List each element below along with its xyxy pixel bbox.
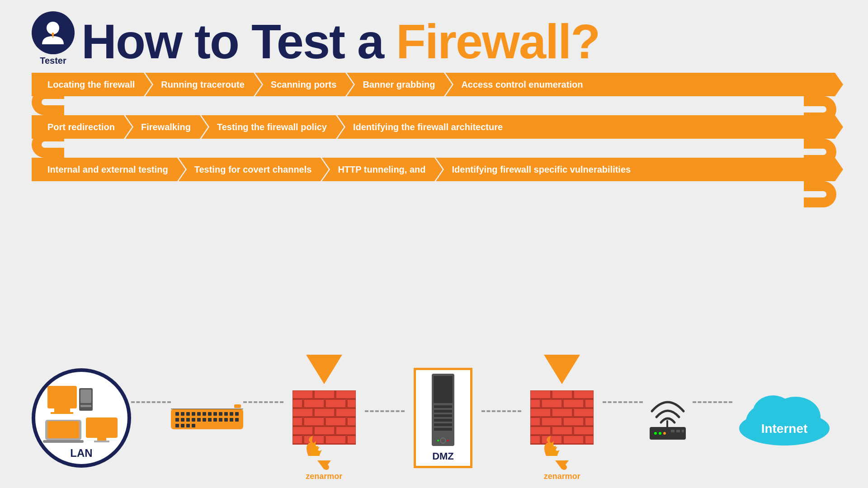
curve-gap-2 [32,141,836,158]
svg-rect-2 [54,408,70,412]
svg-rect-98 [530,436,540,444]
svg-rect-72 [434,414,452,417]
svg-rect-74 [434,423,452,426]
svg-rect-28 [186,418,190,422]
svg-marker-44 [306,355,342,384]
curve-right-2 [804,139,836,165]
svg-rect-31 [203,418,206,422]
tester-avatar [32,11,75,54]
step-row-3: Internal and external testing Testing fo… [32,158,836,181]
svg-rect-69 [434,376,453,403]
svg-point-67 [324,465,329,470]
svg-rect-40 [186,424,190,427]
step-firewalking: Firewalking [125,115,200,139]
svg-rect-17 [192,412,195,416]
svg-rect-59 [347,418,356,426]
svg-rect-56 [292,418,302,426]
title-prefix: How to Test a [81,14,396,69]
steps-section: Locating the firewall Running traceroute… [0,73,868,181]
svg-rect-101 [585,436,594,444]
lan-label: LAN [70,447,92,460]
svg-rect-97 [574,427,594,435]
router-group [643,395,693,441]
svg-rect-48 [336,390,356,399]
svg-rect-29 [192,418,195,422]
svg-rect-85 [542,399,562,408]
svg-rect-19 [203,412,206,416]
svg-rect-37 [235,418,239,422]
curve-gap-1 [32,99,836,115]
zenarmor-brand-2: zenarmor [544,458,580,481]
firewall2-ptr [539,355,585,388]
header-row: Tester How to Test a Firewall? [32,11,836,66]
row3-wrapper: Internal and external testing Testing fo… [32,158,836,181]
row1-wrapper: Locating the firewall Running traceroute… [32,73,836,96]
svg-rect-62 [336,427,356,435]
lan-devices-icon [41,377,122,445]
firewall2-group: zenarmor [530,355,594,481]
firewall1-icon [292,390,356,456]
zenarmor-logo-1 [315,458,333,472]
svg-rect-30 [197,418,201,422]
dash-line-1 [131,401,171,403]
main-title: How to Test a Firewall? [81,17,599,66]
svg-rect-46 [292,390,313,399]
svg-rect-54 [314,408,335,417]
zenarmor-text-1: zenarmor [306,472,342,481]
svg-rect-60 [292,427,313,435]
svg-point-102 [561,465,567,470]
dash-line-5 [603,401,642,403]
svg-rect-61 [314,427,335,435]
svg-rect-33 [213,418,217,422]
svg-rect-96 [552,427,572,435]
svg-rect-26 [175,418,179,422]
step-traceroute: Running traceroute [145,73,253,96]
down-arrow-2 [539,355,585,386]
svg-rect-57 [304,418,324,426]
svg-rect-92 [542,418,562,426]
svg-rect-20 [208,412,212,416]
svg-rect-82 [552,390,572,399]
svg-rect-38 [175,424,179,427]
svg-rect-90 [574,408,594,417]
zenarmor-text-2: zenarmor [544,472,580,481]
svg-rect-109 [676,430,680,432]
svg-rect-41 [192,424,195,427]
svg-point-77 [437,440,439,441]
svg-rect-95 [530,427,551,435]
svg-rect-88 [530,408,551,417]
svg-rect-65 [326,436,346,444]
svg-rect-15 [181,412,184,416]
svg-rect-21 [213,412,217,416]
step-http-tunnel: HTTP tunneling, and [322,158,434,181]
svg-rect-100 [563,436,584,444]
dash-line-4 [481,410,521,412]
row2-wrapper: Port redirection Firewalking Testing the… [32,115,836,139]
svg-point-105 [659,432,661,435]
svg-point-106 [663,432,666,435]
svg-rect-64 [304,436,324,444]
svg-rect-83 [574,390,594,399]
svg-text:Internet: Internet [761,422,808,436]
svg-rect-5 [80,389,91,403]
tester-label: Tester [40,56,66,66]
svg-rect-110 [682,430,684,432]
cloud-container: Internet [732,388,836,448]
svg-rect-75 [434,428,452,431]
step-access-control: Access control enumeration [445,73,835,96]
svg-rect-86 [563,399,584,408]
zenarmor-logo-2 [553,458,571,472]
svg-rect-71 [434,410,452,413]
svg-rect-93 [563,418,584,426]
network-diagram: LAN [32,357,836,479]
step-row-1: Locating the firewall Running traceroute… [32,73,836,96]
svg-rect-34 [219,418,222,422]
switch-group [171,402,243,434]
svg-rect-91 [530,418,540,426]
curve-left-3 [32,131,64,158]
svg-rect-24 [230,412,233,416]
step-fw-arch: Identifying the firewall architecture [337,115,835,139]
dash-line-6 [693,401,732,403]
svg-rect-10 [86,418,118,438]
page: Tester How to Test a Firewall? Locating … [0,0,868,488]
